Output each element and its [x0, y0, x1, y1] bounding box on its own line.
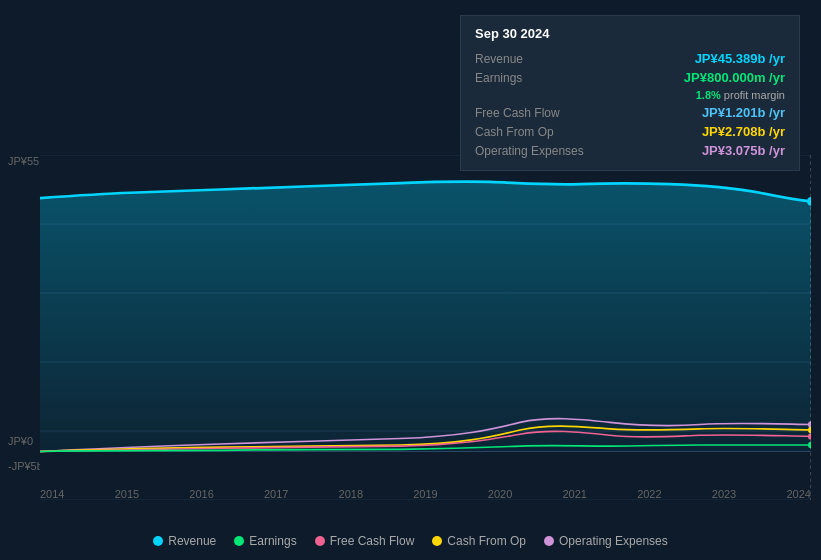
legend-label-earnings: Earnings: [249, 534, 296, 548]
legend-label-revenue: Revenue: [168, 534, 216, 548]
legend-item-cashfromop[interactable]: Cash From Op: [432, 534, 526, 548]
tooltip-value-cashfromop: JP¥2.708b /yr: [702, 124, 785, 139]
x-label-2024: 2024: [786, 488, 810, 500]
legend-dot-cashfromop: [432, 536, 442, 546]
y-label-zero: JP¥0: [8, 435, 33, 447]
x-label-2016: 2016: [189, 488, 213, 500]
x-label-2017: 2017: [264, 488, 288, 500]
legend-item-revenue[interactable]: Revenue: [153, 534, 216, 548]
x-label-2014: 2014: [40, 488, 64, 500]
tooltip-profit-margin: 1.8% profit margin: [696, 89, 785, 101]
legend-item-fcf[interactable]: Free Cash Flow: [315, 534, 415, 548]
x-label-2019: 2019: [413, 488, 437, 500]
x-label-2021: 2021: [562, 488, 586, 500]
tooltip-value-earnings: JP¥800.000m /yr: [684, 70, 785, 85]
x-label-2023: 2023: [712, 488, 736, 500]
legend-dot-revenue: [153, 536, 163, 546]
legend-label-cashfromop: Cash From Op: [447, 534, 526, 548]
tooltip-label-fcf: Free Cash Flow: [475, 106, 560, 120]
legend-label-opexp: Operating Expenses: [559, 534, 668, 548]
x-axis-labels: 2014 2015 2016 2017 2018 2019 2020 2021 …: [40, 488, 811, 500]
chart-container: Sep 30 2024 Revenue JP¥45.389b /yr Earni…: [0, 0, 821, 560]
tooltip-row-earnings: Earnings JP¥800.000m /yr: [475, 68, 785, 87]
x-label-2015: 2015: [115, 488, 139, 500]
tooltip-row-opexp: Operating Expenses JP¥3.075b /yr: [475, 141, 785, 160]
legend-item-opexp[interactable]: Operating Expenses: [544, 534, 668, 548]
chart-legend: Revenue Earnings Free Cash Flow Cash Fro…: [0, 534, 821, 548]
tooltip-label-opexp: Operating Expenses: [475, 144, 584, 158]
tooltip-label-revenue: Revenue: [475, 52, 523, 66]
legend-label-fcf: Free Cash Flow: [330, 534, 415, 548]
legend-dot-opexp: [544, 536, 554, 546]
tooltip-row-fcf: Free Cash Flow JP¥1.201b /yr: [475, 103, 785, 122]
legend-dot-fcf: [315, 536, 325, 546]
x-label-2022: 2022: [637, 488, 661, 500]
tooltip-label-earnings: Earnings: [475, 71, 522, 85]
tooltip-row-margin: 1.8% profit margin: [475, 87, 785, 103]
x-label-2020: 2020: [488, 488, 512, 500]
legend-dot-earnings: [234, 536, 244, 546]
y-label-bottom: -JP¥5b: [8, 460, 43, 472]
tooltip-value-opexp: JP¥3.075b /yr: [702, 143, 785, 158]
tooltip-row-cashfromop: Cash From Op JP¥2.708b /yr: [475, 122, 785, 141]
tooltip-value-revenue: JP¥45.389b /yr: [695, 51, 785, 66]
tooltip-title: Sep 30 2024: [475, 26, 785, 41]
legend-item-earnings[interactable]: Earnings: [234, 534, 296, 548]
x-label-2018: 2018: [339, 488, 363, 500]
chart-svg: [40, 155, 811, 500]
tooltip-label-cashfromop: Cash From Op: [475, 125, 554, 139]
tooltip-value-fcf: JP¥1.201b /yr: [702, 105, 785, 120]
tooltip: Sep 30 2024 Revenue JP¥45.389b /yr Earni…: [460, 15, 800, 171]
tooltip-row-revenue: Revenue JP¥45.389b /yr: [475, 49, 785, 68]
chart-area: [40, 155, 811, 500]
